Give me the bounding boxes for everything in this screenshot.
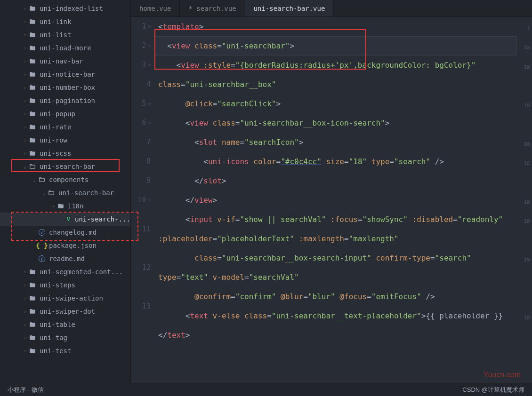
- folder-icon: [28, 97, 37, 104]
- vue-icon: V: [65, 216, 72, 222]
- tree-item-label: uni-search-...: [75, 215, 130, 223]
- tree-item-label: uni-swipe-action: [40, 294, 103, 302]
- tree-item-uni-notice-bar[interactable]: ›uni-notice-bar: [0, 68, 130, 81]
- editor-area: home.vue * search.vue uni-search-bar.vue…: [131, 0, 532, 396]
- tree-item-uni-pagination[interactable]: ›uni-pagination: [0, 94, 130, 107]
- folder-icon: [28, 295, 37, 301]
- tree-item-uni-row[interactable]: ›uni-row: [0, 134, 130, 147]
- tree-item-uni-indexed-list[interactable]: ›uni-indexed-list: [0, 2, 130, 15]
- folder-icon: [28, 282, 37, 288]
- tree-item-uni-number-box[interactable]: ›uni-number-box: [0, 81, 130, 94]
- tree-item-label: uni-scss: [40, 150, 71, 157]
- tree-item-i18n[interactable]: ›i18n: [0, 199, 130, 213]
- info-icon: i: [38, 229, 46, 236]
- folder-open-icon: [28, 163, 37, 170]
- tree-item-label: uni-test: [40, 347, 71, 355]
- folder-icon: [28, 71, 37, 78]
- tree-item-label: uni-rate: [40, 123, 71, 131]
- tree-item-uni-popup[interactable]: ›uni-popup: [0, 107, 130, 120]
- tree-item-label: components: [49, 176, 89, 183]
- folder-icon: [28, 348, 37, 354]
- tree-item-label: uni-segmented-cont...: [40, 268, 123, 276]
- right-gutter: 1181818181818181918: [522, 17, 532, 396]
- status-right: CSDN @计算机魔术师: [462, 386, 524, 394]
- tree-item-label: uni-number-box: [40, 84, 95, 91]
- folder-icon: [28, 137, 37, 143]
- tree-item-label: uni-load-more: [40, 44, 91, 52]
- folder-icon: [28, 124, 37, 130]
- folder-icon: [28, 308, 37, 315]
- folder-icon: [28, 5, 37, 12]
- tree-item-uni-tag[interactable]: ›uni-tag: [0, 331, 130, 344]
- tab-search[interactable]: * search.vue: [180, 0, 245, 16]
- folder-icon: [28, 150, 37, 157]
- tree-item-uni-table[interactable]: ›uni-table: [0, 318, 130, 331]
- tree-item-label: uni-swiper-dot: [40, 308, 95, 315]
- tree-item-label: readme.md: [49, 255, 85, 262]
- tree-item-label: uni-tag: [40, 334, 67, 341]
- folder-open-icon: [47, 190, 56, 196]
- folder-icon: [56, 203, 65, 209]
- tree-item-label: uni-list: [40, 31, 71, 39]
- tree-item-uni-steps[interactable]: ›uni-steps: [0, 278, 130, 292]
- tree-item-package-json[interactable]: { }package.json: [0, 239, 130, 252]
- watermark: Yuucn.com: [484, 371, 521, 379]
- json-icon: { }: [38, 242, 46, 249]
- tree-item-uni-segmented-cont-[interactable]: ›uni-segmented-cont...: [0, 265, 130, 278]
- editor-tabs: home.vue * search.vue uni-search-bar.vue: [131, 0, 532, 17]
- tree-item-uni-search-bar[interactable]: ⌄uni-search-bar: [0, 160, 130, 173]
- folder-icon: [28, 334, 37, 341]
- tree-item-uni-test[interactable]: ›uni-test: [0, 344, 130, 357]
- tree-item-uni-rate[interactable]: ›uni-rate: [0, 120, 130, 134]
- tree-item-label: uni-table: [40, 321, 75, 328]
- tree-item-label: uni-notice-bar: [40, 71, 95, 78]
- tree-item-uni-nav-bar[interactable]: ›uni-nav-bar: [0, 55, 130, 68]
- tree-item-label: uni-steps: [40, 281, 75, 289]
- line-gutter: 1⊟ 2⊟ 3⊟ 4 5⊟ 6⊟ 7 8 9 10⊟ 11 12 13: [131, 17, 154, 396]
- folder-icon: [28, 58, 37, 64]
- tree-item-label: changelog.md: [49, 229, 97, 236]
- tree-item-uni-search-[interactable]: Vuni-search-...: [0, 213, 130, 226]
- tree-item-uni-swipe-action[interactable]: ›uni-swipe-action: [0, 292, 130, 305]
- tree-item-label: uni-nav-bar: [40, 57, 83, 65]
- file-explorer[interactable]: ›uni-indexed-list›uni-link›uni-list›uni-…: [0, 0, 131, 396]
- folder-icon: [28, 111, 37, 117]
- tree-item-components[interactable]: ⌄components: [0, 173, 130, 186]
- folder-icon: [28, 269, 37, 275]
- tree-item-changelog-md[interactable]: ichangelog.md: [0, 226, 130, 239]
- folder-icon: [28, 321, 37, 328]
- tree-item-uni-search-bar[interactable]: ⌄uni-search-bar: [0, 186, 130, 199]
- tree-item-label: uni-popup: [40, 110, 75, 118]
- tree-item-label: i18n: [68, 202, 84, 210]
- tree-item-uni-list[interactable]: ›uni-list: [0, 28, 130, 41]
- info-icon: i: [38, 255, 46, 262]
- folder-icon: [28, 84, 37, 91]
- tree-item-readme-md[interactable]: ireadme.md: [0, 252, 130, 265]
- tree-item-label: package.json: [49, 242, 97, 249]
- tree-item-uni-load-more[interactable]: ›uni-load-more: [0, 41, 130, 55]
- tab-home[interactable]: home.vue: [131, 0, 180, 16]
- code-editor[interactable]: <template> <view class="uni-searchbar"> …: [154, 17, 522, 396]
- tree-item-label: uni-search-bar: [40, 163, 95, 170]
- tree-item-label: uni-search-bar: [58, 189, 114, 197]
- tree-item-label: uni-pagination: [40, 97, 95, 104]
- status-left: 小程序 - 微信: [8, 386, 44, 394]
- folder-open-icon: [38, 176, 46, 183]
- folder-icon: [28, 18, 37, 25]
- tab-uni-search-bar[interactable]: uni-search-bar.vue: [245, 0, 334, 16]
- tree-item-uni-scss[interactable]: ›uni-scss: [0, 147, 130, 160]
- tree-item-uni-swiper-dot[interactable]: ›uni-swiper-dot: [0, 305, 130, 318]
- tree-item-uni-link[interactable]: ›uni-link: [0, 15, 130, 28]
- tree-item-label: uni-link: [40, 18, 71, 25]
- tree-item-label: uni-row: [40, 136, 67, 144]
- status-bar: 小程序 - 微信 CSDN @计算机魔术师: [0, 383, 532, 396]
- folder-icon: [28, 45, 37, 51]
- tree-item-label: uni-indexed-list: [40, 5, 103, 12]
- folder-icon: [28, 32, 37, 38]
